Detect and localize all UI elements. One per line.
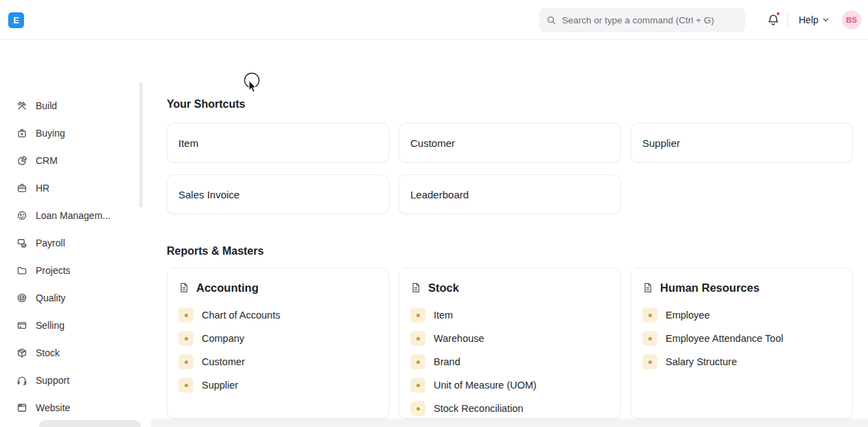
sidebar-item[interactable]: CRM [0,147,144,174]
shortcut-label: Customer [410,137,455,149]
sidebar-item[interactable]: Loan Managem... [0,202,144,229]
payroll-money-icon [16,238,27,249]
bullet-icon [642,354,657,369]
report-link[interactable]: Company [178,331,377,346]
report-link[interactable]: Stock Reconciliation [410,401,609,416]
sidebar-item[interactable]: Projects [0,257,144,284]
report-link[interactable]: Chart of Accounts [178,308,377,323]
bullet-icon [410,401,425,416]
shortcut-label: Item [178,137,198,149]
sidebar-item-label: Quality [36,292,66,303]
bullet-icon [178,331,193,346]
report-link[interactable]: Customer [178,354,377,369]
page-header [0,40,868,82]
shortcut-card[interactable]: Sales Invoice [167,174,389,214]
shortcuts-heading: Your Shortcuts [167,98,245,111]
stock-box-icon [16,347,27,358]
report-link-label: Stock Reconciliation [434,403,524,414]
report-link[interactable]: Warehouse [410,331,609,346]
report-link[interactable]: Item [410,308,609,323]
report-link[interactable]: Brand [410,354,609,369]
shortcut-label: Sales Invoice [178,189,239,200]
bullet-icon [410,308,425,323]
sidebar-item[interactable]: Website [0,394,144,422]
bullet-icon [178,308,193,323]
sidebar-item[interactable]: Buying [0,119,144,147]
report-link[interactable]: Unit of Measure (UOM) [410,378,609,393]
report-items: Item Warehouse [410,308,609,416]
sidebar-item-label: Buying [36,128,65,139]
sidebar-item-label: HR [36,183,49,194]
sidebar-item-label: Loan Managem... [36,210,110,221]
sidebar-item-label: Website [36,402,70,413]
crm-pie-icon [16,155,27,166]
document-icon [178,282,189,293]
report-card: Human Resources Employee [631,268,853,419]
report-link-label: Salary Structure [666,356,737,367]
sidebar-bottom-shape [39,420,141,427]
quality-badge-icon [16,292,27,303]
report-link-label: Warehouse [434,333,484,344]
support-headset-icon [16,375,27,386]
reports-grid: Accounting Chart of Accounts [167,268,853,419]
report-link[interactable]: Employee [642,308,841,323]
sidebar-item[interactable]: HR [0,174,144,202]
projects-folder-icon [16,265,27,276]
report-card-title-label: Stock [428,281,459,295]
report-link-label: Employee [666,310,709,321]
build-tools-icon [16,100,27,111]
report-card-title[interactable]: Accounting [178,279,377,296]
help-menu[interactable]: Help [799,13,829,27]
report-link-label: Item [434,310,453,321]
report-link[interactable]: Supplier [178,378,377,393]
report-items: Employee Employee Attendance Tool [642,308,841,369]
sidebar-nav: Build Buying CRM HR Loan Managem... [0,92,144,422]
buying-bag-icon [16,128,27,139]
shortcut-label: Leaderboard [410,189,469,200]
report-link-label: Unit of Measure (UOM) [434,380,537,391]
report-card-title-label: Human Resources [660,281,760,295]
notifications-bell-icon[interactable] [764,11,782,29]
help-label: Help [799,14,819,25]
global-search[interactable] [539,8,746,32]
reports-masters-heading: Reports & Masters [167,245,263,257]
sidebar-item[interactable]: Build [0,92,144,119]
topbar-divider [787,12,788,28]
report-link[interactable]: Salary Structure [642,354,841,369]
search-icon [546,15,556,25]
report-card-title[interactable]: Human Resources [642,279,841,296]
report-card: Stock Item [399,268,621,419]
sidebar-item-label: Stock [36,347,60,358]
sidebar-item[interactable]: Quality [0,284,144,312]
shortcut-card[interactable]: Leaderboard [399,174,621,214]
bullet-icon [410,378,425,393]
sidebar-item-label: Projects [36,265,71,276]
user-avatar[interactable]: BS [842,10,861,30]
sidebar-item[interactable]: Stock [0,339,144,367]
main-content: Your Shortcuts Item Customer Supplier Sa… [167,82,853,427]
shortcut-label: Supplier [642,137,680,149]
shortcuts-grid: Item Customer Supplier Sales Invoice Lea… [167,123,853,214]
report-card: Accounting Chart of Accounts [167,268,389,419]
sidebar-item[interactable]: Selling [0,312,144,339]
app-logo[interactable]: E [8,12,24,28]
sidebar-item[interactable]: Support [0,367,144,394]
topbar: E Help BS [0,0,868,40]
report-card-title[interactable]: Stock [410,279,609,296]
shortcut-card[interactable]: Customer [399,123,621,163]
report-link-label: Customer [202,356,245,367]
bullet-icon [410,331,425,346]
report-link-label: Supplier [202,380,238,391]
report-link-label: Company [202,333,244,344]
sidebar-item-label: Build [36,100,57,111]
report-link[interactable]: Employee Attendance Tool [642,331,841,346]
notification-dot [776,12,780,16]
sidebar-item[interactable]: Payroll [0,229,144,257]
report-link-label: Chart of Accounts [202,310,280,321]
search-input[interactable] [562,15,739,25]
bullet-icon [178,354,193,369]
shortcut-card[interactable]: Item [167,123,389,163]
report-card-title-label: Accounting [196,281,259,295]
shortcut-card[interactable]: Supplier [631,123,853,163]
bullet-icon [642,308,657,323]
